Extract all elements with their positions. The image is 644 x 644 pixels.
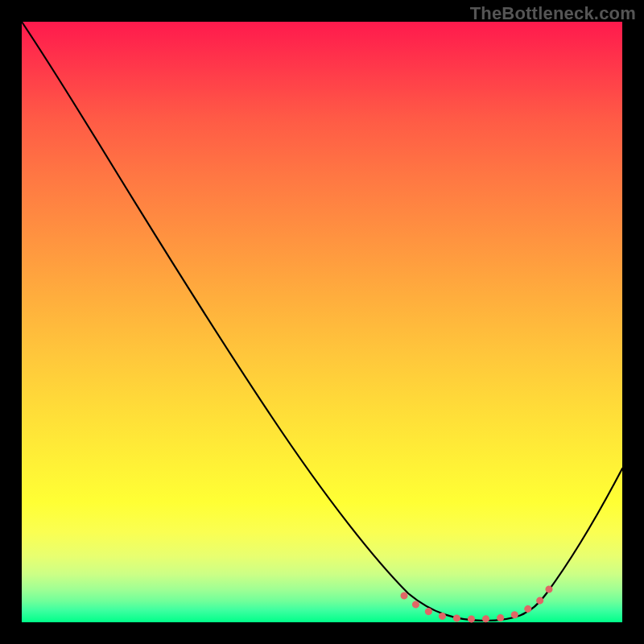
chart-svg: [22, 22, 622, 622]
watermark-text: TheBottleneck.com: [470, 3, 636, 24]
bottleneck-curve: [22, 22, 622, 621]
chart-frame: [22, 22, 622, 622]
optimal-range-dots: [404, 589, 549, 619]
